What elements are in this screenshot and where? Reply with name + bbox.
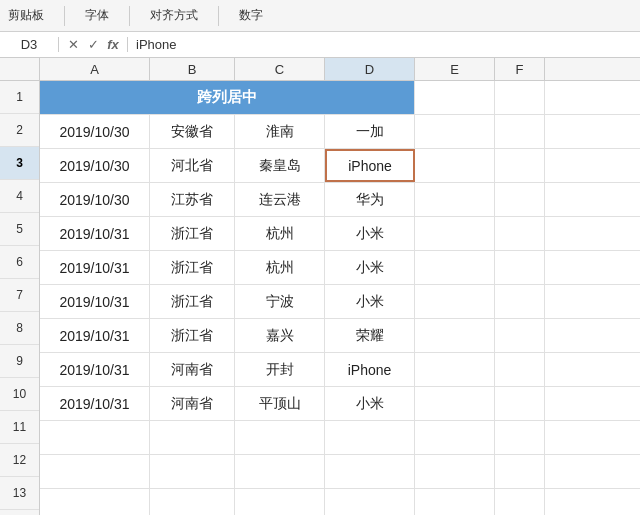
row-num-13[interactable]: 13 (0, 477, 39, 510)
row-num-14[interactable]: 14 (0, 510, 39, 515)
cell-8-3[interactable]: 荣耀 (325, 319, 415, 352)
cell-13-3[interactable] (325, 489, 415, 515)
cell-12-5[interactable] (495, 455, 545, 488)
cell-10-1[interactable]: 河南省 (150, 387, 235, 420)
cell-10-4[interactable] (415, 387, 495, 420)
cell-3-5[interactable] (495, 149, 545, 182)
cancel-icon[interactable]: ✕ (65, 37, 81, 52)
cell-13-2[interactable] (235, 489, 325, 515)
cell-12-4[interactable] (415, 455, 495, 488)
cell-4-4[interactable] (415, 183, 495, 216)
cell-5-5[interactable] (495, 217, 545, 250)
cell-9-4[interactable] (415, 353, 495, 386)
cell-6-4[interactable] (415, 251, 495, 284)
cell-7-3[interactable]: 小米 (325, 285, 415, 318)
function-icon[interactable]: fx (105, 37, 121, 52)
cell-4-5[interactable] (495, 183, 545, 216)
cell-6-2[interactable]: 杭州 (235, 251, 325, 284)
cell-2-3[interactable]: 一加 (325, 115, 415, 148)
cell-11-3[interactable] (325, 421, 415, 454)
cell-5-2[interactable]: 杭州 (235, 217, 325, 250)
cell-5-0[interactable]: 2019/10/31 (40, 217, 150, 250)
cell-13-5[interactable] (495, 489, 545, 515)
cell-9-5[interactable] (495, 353, 545, 386)
row-num-12[interactable]: 12 (0, 444, 39, 477)
cell-5-4[interactable] (415, 217, 495, 250)
col-header-D[interactable]: D (325, 58, 415, 80)
cell-9-2[interactable]: 开封 (235, 353, 325, 386)
cell-5-3[interactable]: 小米 (325, 217, 415, 250)
cell-10-3[interactable]: 小米 (325, 387, 415, 420)
cell-10-5[interactable] (495, 387, 545, 420)
merged-header-cell[interactable]: 跨列居中 (40, 81, 415, 114)
cell-2-4[interactable] (415, 115, 495, 148)
cell-11-1[interactable] (150, 421, 235, 454)
cell-7-2[interactable]: 宁波 (235, 285, 325, 318)
cell-12-0[interactable] (40, 455, 150, 488)
cell-6-3[interactable]: 小米 (325, 251, 415, 284)
cell-6-5[interactable] (495, 251, 545, 284)
cell-7-4[interactable] (415, 285, 495, 318)
row-num-5[interactable]: 5 (0, 213, 39, 246)
cell-3-1[interactable]: 河北省 (150, 149, 235, 182)
cell-4-3[interactable]: 华为 (325, 183, 415, 216)
col-header-F[interactable]: F (495, 58, 545, 80)
cell-3-0[interactable]: 2019/10/30 (40, 149, 150, 182)
cell-6-1[interactable]: 浙江省 (150, 251, 235, 284)
cell-13-4[interactable] (415, 489, 495, 515)
cell-2-1[interactable]: 安徽省 (150, 115, 235, 148)
cell-1-5[interactable] (495, 81, 545, 114)
cell-7-5[interactable] (495, 285, 545, 318)
cell-7-1[interactable]: 浙江省 (150, 285, 235, 318)
cell-11-2[interactable] (235, 421, 325, 454)
row-num-1[interactable]: 1 (0, 81, 39, 114)
formula-content[interactable]: iPhone (128, 37, 636, 52)
cell-8-4[interactable] (415, 319, 495, 352)
cell-8-5[interactable] (495, 319, 545, 352)
col-header-B[interactable]: B (150, 58, 235, 80)
cell-4-2[interactable]: 连云港 (235, 183, 325, 216)
cell-11-5[interactable] (495, 421, 545, 454)
cell-10-2[interactable]: 平顶山 (235, 387, 325, 420)
cell-2-5[interactable] (495, 115, 545, 148)
cell-13-1[interactable] (150, 489, 235, 515)
row-num-10[interactable]: 10 (0, 378, 39, 411)
cell-13-0[interactable] (40, 489, 150, 515)
cell-9-3[interactable]: iPhone (325, 353, 415, 386)
confirm-icon[interactable]: ✓ (85, 37, 101, 52)
cell-4-0[interactable]: 2019/10/30 (40, 183, 150, 216)
row-num-8[interactable]: 8 (0, 312, 39, 345)
cell-8-2[interactable]: 嘉兴 (235, 319, 325, 352)
row-num-4[interactable]: 4 (0, 180, 39, 213)
cell-3-4[interactable] (415, 149, 495, 182)
cell-9-1[interactable]: 河南省 (150, 353, 235, 386)
cell-12-1[interactable] (150, 455, 235, 488)
cell-12-2[interactable] (235, 455, 325, 488)
row-num-9[interactable]: 9 (0, 345, 39, 378)
cell-8-1[interactable]: 浙江省 (150, 319, 235, 352)
cell-4-1[interactable]: 江苏省 (150, 183, 235, 216)
row-num-2[interactable]: 2 (0, 114, 39, 147)
row-num-11[interactable]: 11 (0, 411, 39, 444)
cell-reference[interactable]: D3 (4, 37, 59, 52)
row-num-7[interactable]: 7 (0, 279, 39, 312)
cell-9-0[interactable]: 2019/10/31 (40, 353, 150, 386)
cell-10-0[interactable]: 2019/10/31 (40, 387, 150, 420)
cell-1-4[interactable] (415, 81, 495, 114)
cell-3-3[interactable]: iPhone (325, 149, 415, 182)
cell-12-3[interactable] (325, 455, 415, 488)
cell-7-0[interactable]: 2019/10/31 (40, 285, 150, 318)
cell-2-0[interactable]: 2019/10/30 (40, 115, 150, 148)
col-header-A[interactable]: A (40, 58, 150, 80)
row-num-3[interactable]: 3 (0, 147, 39, 180)
cell-11-0[interactable] (40, 421, 150, 454)
cell-6-0[interactable]: 2019/10/31 (40, 251, 150, 284)
cell-5-1[interactable]: 浙江省 (150, 217, 235, 250)
cell-8-0[interactable]: 2019/10/31 (40, 319, 150, 352)
cell-2-2[interactable]: 淮南 (235, 115, 325, 148)
col-header-C[interactable]: C (235, 58, 325, 80)
cell-3-2[interactable]: 秦皇岛 (235, 149, 325, 182)
cell-11-4[interactable] (415, 421, 495, 454)
col-header-E[interactable]: E (415, 58, 495, 80)
row-num-6[interactable]: 6 (0, 246, 39, 279)
